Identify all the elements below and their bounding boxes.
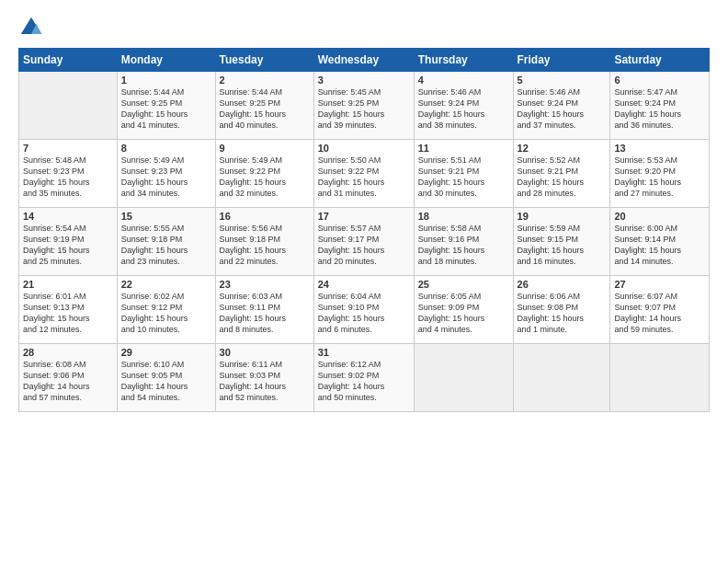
- day-info: Sunrise: 5:46 AM Sunset: 9:24 PM Dayligh…: [518, 86, 607, 132]
- day-number: 20: [614, 211, 705, 222]
- day-number: 25: [418, 279, 509, 290]
- calendar-cell: 24Sunrise: 6:04 AM Sunset: 9:10 PM Dayli…: [313, 276, 414, 344]
- day-info: Sunrise: 5:45 AM Sunset: 9:25 PM Dayligh…: [318, 86, 410, 132]
- calendar-cell: 3Sunrise: 5:45 AM Sunset: 9:25 PM Daylig…: [313, 72, 414, 140]
- day-number: 22: [121, 279, 211, 290]
- day-info: Sunrise: 6:06 AM Sunset: 9:08 PM Dayligh…: [518, 291, 607, 336]
- day-info: Sunrise: 5:44 AM Sunset: 9:25 PM Dayligh…: [121, 86, 211, 132]
- logo: [18, 15, 48, 40]
- calendar-cell: 2Sunrise: 5:44 AM Sunset: 9:25 PM Daylig…: [215, 72, 313, 140]
- day-info: Sunrise: 6:07 AM Sunset: 9:07 PM Dayligh…: [614, 291, 705, 336]
- day-info: Sunrise: 6:00 AM Sunset: 9:14 PM Dayligh…: [614, 223, 705, 268]
- calendar-cell: 17Sunrise: 5:57 AM Sunset: 9:17 PM Dayli…: [313, 208, 414, 276]
- header-cell-saturday: Saturday: [610, 49, 710, 72]
- day-info: Sunrise: 5:46 AM Sunset: 9:24 PM Dayligh…: [418, 86, 509, 132]
- day-info: Sunrise: 5:58 AM Sunset: 9:16 PM Dayligh…: [418, 223, 509, 268]
- calendar-cell: 28Sunrise: 6:08 AM Sunset: 9:06 PM Dayli…: [19, 344, 118, 412]
- day-info: Sunrise: 6:02 AM Sunset: 9:12 PM Dayligh…: [121, 291, 211, 336]
- day-number: 14: [23, 211, 113, 222]
- calendar-cell: [513, 344, 610, 412]
- day-info: Sunrise: 6:03 AM Sunset: 9:11 PM Dayligh…: [220, 291, 310, 336]
- day-number: 10: [318, 143, 410, 154]
- day-number: 5: [518, 75, 607, 86]
- calendar-cell: 21Sunrise: 6:01 AM Sunset: 9:13 PM Dayli…: [19, 276, 118, 344]
- calendar-cell: 18Sunrise: 5:58 AM Sunset: 9:16 PM Dayli…: [414, 208, 513, 276]
- calendar-cell: 4Sunrise: 5:46 AM Sunset: 9:24 PM Daylig…: [414, 72, 513, 140]
- day-number: 7: [23, 143, 113, 154]
- week-row-1: 1Sunrise: 5:44 AM Sunset: 9:25 PM Daylig…: [19, 72, 710, 140]
- header-cell-thursday: Thursday: [414, 49, 513, 72]
- day-number: 4: [418, 75, 509, 86]
- header-row: SundayMondayTuesdayWednesdayThursdayFrid…: [19, 49, 710, 72]
- day-info: Sunrise: 5:52 AM Sunset: 9:21 PM Dayligh…: [518, 155, 607, 200]
- day-number: 11: [418, 143, 509, 154]
- day-number: 8: [121, 143, 211, 154]
- day-info: Sunrise: 5:59 AM Sunset: 9:15 PM Dayligh…: [518, 223, 607, 268]
- header-cell-wednesday: Wednesday: [313, 49, 414, 72]
- day-info: Sunrise: 5:51 AM Sunset: 9:21 PM Dayligh…: [418, 155, 509, 200]
- calendar-cell: 9Sunrise: 5:49 AM Sunset: 9:22 PM Daylig…: [215, 140, 313, 208]
- day-info: Sunrise: 5:56 AM Sunset: 9:18 PM Dayligh…: [220, 223, 310, 268]
- day-number: 6: [614, 75, 705, 86]
- day-info: Sunrise: 6:08 AM Sunset: 9:06 PM Dayligh…: [23, 359, 113, 404]
- day-number: 19: [518, 211, 607, 222]
- day-info: Sunrise: 6:12 AM Sunset: 9:02 PM Dayligh…: [318, 359, 410, 404]
- header-cell-sunday: Sunday: [19, 49, 118, 72]
- day-number: 15: [121, 211, 211, 222]
- day-info: Sunrise: 5:49 AM Sunset: 9:23 PM Dayligh…: [121, 155, 211, 200]
- day-number: 26: [518, 279, 607, 290]
- calendar-cell: 6Sunrise: 5:47 AM Sunset: 9:24 PM Daylig…: [610, 72, 710, 140]
- day-number: 3: [318, 75, 410, 86]
- day-number: 27: [614, 279, 705, 290]
- day-number: 12: [518, 143, 607, 154]
- week-row-5: 28Sunrise: 6:08 AM Sunset: 9:06 PM Dayli…: [19, 344, 710, 412]
- day-info: Sunrise: 6:10 AM Sunset: 9:05 PM Dayligh…: [121, 359, 211, 404]
- calendar-cell: 13Sunrise: 5:53 AM Sunset: 9:20 PM Dayli…: [610, 140, 710, 208]
- calendar-cell: 19Sunrise: 5:59 AM Sunset: 9:15 PM Dayli…: [513, 208, 610, 276]
- calendar-cell: 20Sunrise: 6:00 AM Sunset: 9:14 PM Dayli…: [610, 208, 710, 276]
- calendar-cell: 16Sunrise: 5:56 AM Sunset: 9:18 PM Dayli…: [215, 208, 313, 276]
- day-info: Sunrise: 5:47 AM Sunset: 9:24 PM Dayligh…: [614, 86, 705, 132]
- day-info: Sunrise: 5:49 AM Sunset: 9:22 PM Dayligh…: [220, 155, 310, 200]
- logo-icon: [18, 15, 44, 40]
- calendar-cell: 27Sunrise: 6:07 AM Sunset: 9:07 PM Dayli…: [610, 276, 710, 344]
- day-info: Sunrise: 5:55 AM Sunset: 9:18 PM Dayligh…: [121, 223, 211, 268]
- calendar-cell: 22Sunrise: 6:02 AM Sunset: 9:12 PM Dayli…: [117, 276, 215, 344]
- calendar-cell: 8Sunrise: 5:49 AM Sunset: 9:23 PM Daylig…: [117, 140, 215, 208]
- day-number: 31: [318, 347, 410, 358]
- calendar-cell: 30Sunrise: 6:11 AM Sunset: 9:03 PM Dayli…: [215, 344, 313, 412]
- day-number: 1: [121, 75, 211, 86]
- header: [18, 15, 710, 40]
- day-info: Sunrise: 5:50 AM Sunset: 9:22 PM Dayligh…: [318, 155, 410, 200]
- day-number: 9: [220, 143, 310, 154]
- calendar-cell: 29Sunrise: 6:10 AM Sunset: 9:05 PM Dayli…: [117, 344, 215, 412]
- calendar-cell: 5Sunrise: 5:46 AM Sunset: 9:24 PM Daylig…: [513, 72, 610, 140]
- calendar-cell: [610, 344, 710, 412]
- day-number: 16: [220, 211, 310, 222]
- week-row-3: 14Sunrise: 5:54 AM Sunset: 9:19 PM Dayli…: [19, 208, 710, 276]
- day-info: Sunrise: 6:01 AM Sunset: 9:13 PM Dayligh…: [23, 291, 113, 336]
- day-number: 23: [220, 279, 310, 290]
- calendar-cell: 7Sunrise: 5:48 AM Sunset: 9:23 PM Daylig…: [19, 140, 118, 208]
- calendar-cell: 25Sunrise: 6:05 AM Sunset: 9:09 PM Dayli…: [414, 276, 513, 344]
- day-info: Sunrise: 6:11 AM Sunset: 9:03 PM Dayligh…: [220, 359, 310, 404]
- calendar-cell: [414, 344, 513, 412]
- day-info: Sunrise: 6:04 AM Sunset: 9:10 PM Dayligh…: [318, 291, 410, 336]
- day-number: 13: [614, 143, 705, 154]
- day-info: Sunrise: 5:44 AM Sunset: 9:25 PM Dayligh…: [220, 86, 310, 132]
- calendar-cell: 14Sunrise: 5:54 AM Sunset: 9:19 PM Dayli…: [19, 208, 118, 276]
- header-cell-monday: Monday: [117, 49, 215, 72]
- header-cell-friday: Friday: [513, 49, 610, 72]
- day-number: 18: [418, 211, 509, 222]
- week-row-2: 7Sunrise: 5:48 AM Sunset: 9:23 PM Daylig…: [19, 140, 710, 208]
- day-number: 2: [220, 75, 310, 86]
- week-row-4: 21Sunrise: 6:01 AM Sunset: 9:13 PM Dayli…: [19, 276, 710, 344]
- day-info: Sunrise: 5:48 AM Sunset: 9:23 PM Dayligh…: [23, 155, 113, 200]
- day-number: 28: [23, 347, 113, 358]
- day-number: 17: [318, 211, 410, 222]
- calendar-cell: 10Sunrise: 5:50 AM Sunset: 9:22 PM Dayli…: [313, 140, 414, 208]
- calendar-cell: 23Sunrise: 6:03 AM Sunset: 9:11 PM Dayli…: [215, 276, 313, 344]
- day-info: Sunrise: 6:05 AM Sunset: 9:09 PM Dayligh…: [418, 291, 509, 336]
- page: SundayMondayTuesdayWednesdayThursdayFrid…: [0, 0, 728, 563]
- calendar-cell: 11Sunrise: 5:51 AM Sunset: 9:21 PM Dayli…: [414, 140, 513, 208]
